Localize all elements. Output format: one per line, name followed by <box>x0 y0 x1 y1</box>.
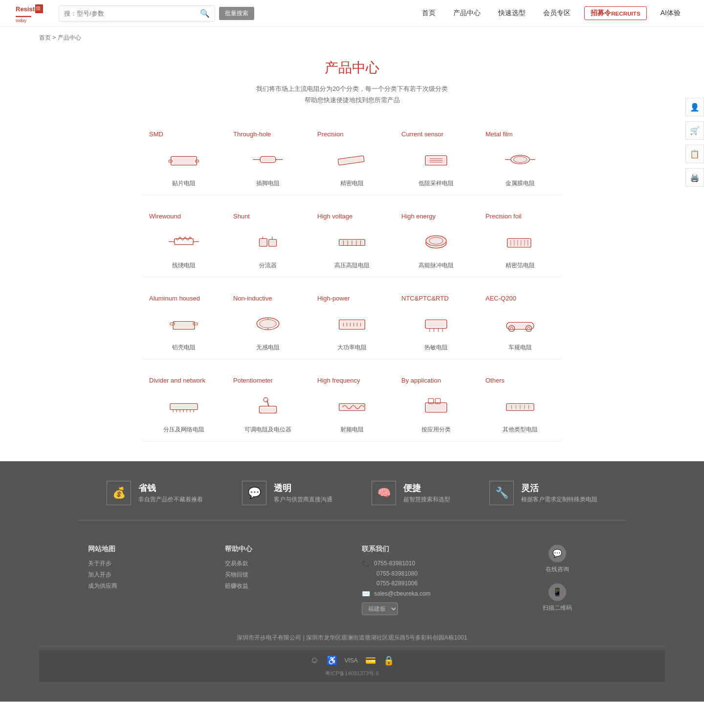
nav-member[interactable]: 会员专区 <box>534 0 579 27</box>
footer-link-join[interactable]: 加入开步 <box>88 571 205 579</box>
footer-link-rewards[interactable]: 买物回馈 <box>225 571 342 579</box>
product-others[interactable]: Others 其他类型电阻 <box>478 367 562 442</box>
float-icon-print[interactable]: 🖨️ <box>685 168 704 187</box>
float-icon-clipboard[interactable]: 📋 <box>685 145 704 163</box>
product-aec-q200-name-en: AEC-Q200 <box>485 295 555 302</box>
product-precision[interactable]: Precision 精密电阻 <box>310 121 394 195</box>
feature-flexible-desc: 根据客户需求定制特殊类电阻 <box>521 495 597 504</box>
nav-ai[interactable]: AI体验 <box>652 0 689 27</box>
footer-bottom-bar: ☺ ♿ VISA 💳 🔒 粤ICP备14091373号-6 <box>39 650 665 682</box>
svg-rect-8 <box>196 160 199 162</box>
feature-save-icon: 💰 <box>107 481 131 505</box>
svg-rect-25 <box>175 238 194 244</box>
product-wirewound-name-cn: 线绕电阻 <box>149 261 219 270</box>
product-high-power-name-cn: 大功率电阻 <box>317 343 387 352</box>
product-high-energy-icon <box>401 227 471 257</box>
breadcrumb-home[interactable]: 首页 <box>39 34 51 41</box>
product-through-hole-name-cn: 插脚电阻 <box>233 179 303 188</box>
product-aec-q200[interactable]: AEC-Q200 车规电阻 <box>478 285 562 360</box>
product-high-frequency-icon <box>317 391 387 421</box>
product-wirewound[interactable]: Wirewound 线绕电阻 <box>142 203 226 278</box>
product-through-hole-icon <box>233 145 303 174</box>
product-shunt[interactable]: Shunt 分流器 <box>226 203 310 278</box>
product-high-energy[interactable]: High energy 高能脉冲电阻 <box>394 203 478 278</box>
product-shunt-name-cn: 分流器 <box>233 261 303 270</box>
svg-text:阻: 阻 <box>36 6 41 11</box>
svg-rect-52 <box>175 323 194 328</box>
product-grid: SMD 贴片电阻 Through-hole 插脚电阻 Precision 精密电… <box>142 121 562 461</box>
product-others-name-cn: 其他类型电阻 <box>485 426 555 434</box>
svg-rect-95 <box>427 404 446 411</box>
contact-phone-1: 0755-83981010 <box>374 560 415 567</box>
product-ntc-ptc-rtd-name-en: NTC&PTC&RTD <box>401 295 471 302</box>
footer-feature-convenient: 🧠 便捷 超智慧搜索和选型 <box>372 481 450 505</box>
qr-scan-item[interactable]: 📱 扫描二维码 <box>543 583 572 612</box>
product-high-power[interactable]: High-power 大功率电阻 <box>310 285 394 360</box>
nav-recruit[interactable]: 招募令RECRUITS <box>584 6 647 20</box>
product-current-sensor-name-en: Current sensor <box>401 130 471 138</box>
product-precision-name-cn: 精密电阻 <box>317 179 387 188</box>
footer-icon-accessibility: ♿ <box>327 655 337 666</box>
product-ntc-ptc-rtd[interactable]: NTC&PTC&RTD 热敏电阻 <box>394 285 478 360</box>
logo-svg: Resistor ▬▬▬▬ today 阻 <box>15 3 44 23</box>
product-aec-q200-icon <box>485 309 555 339</box>
footer-link-about[interactable]: 关于开步 <box>88 559 205 568</box>
float-icon-cart[interactable]: 🛒 <box>685 121 704 140</box>
contact-phone-2-line: 0755-83981080 <box>362 570 479 577</box>
product-by-application[interactable]: By application 按应用分类 <box>394 367 478 442</box>
product-metal-film[interactable]: Metal film 金属膜电阻 <box>478 121 562 195</box>
nav-home[interactable]: 首页 <box>413 0 444 27</box>
product-high-voltage[interactable]: High voltage 高压高阻电阻 <box>310 203 394 278</box>
product-high-energy-name-cn: 高能脉冲电阻 <box>401 261 471 270</box>
footer-feature-save: 💰 省钱 非自营产品价不藏着掖着 <box>107 481 203 505</box>
footer-link-terms[interactable]: 交易条款 <box>225 559 342 568</box>
search-input[interactable] <box>59 7 195 20</box>
footer-link-revenue[interactable]: 赔赚收益 <box>225 582 342 590</box>
nav-quick-select[interactable]: 快速选型 <box>489 0 534 27</box>
batch-search-button[interactable]: 批量搜索 <box>219 7 254 20</box>
footer-col-sitemap: 网站地图 关于开步 加入开步 成为供应商 <box>78 545 215 615</box>
search-button[interactable]: 🔍 <box>195 6 215 21</box>
page-title-section: 产品中心 我们将市场上主流电阻分为20个分类，每一个分类下有若干次级分类 帮助您… <box>0 49 704 121</box>
contact-email-line: ✉️ sales@cbeureka.com <box>362 590 479 598</box>
product-current-sensor[interactable]: Current sensor 低阻采样电阻 <box>394 121 478 195</box>
product-high-frequency[interactable]: High frequency 射频电阻 <box>310 367 394 442</box>
product-others-icon <box>485 391 555 421</box>
product-aluminum-housed[interactable]: Aluminum housed 铝壳电阻 <box>142 285 226 360</box>
product-row-4: Divider and network 分压及网络电阻 Potentiomete… <box>142 367 562 442</box>
svg-rect-54 <box>193 323 198 325</box>
nav-product-center[interactable]: 产品中心 <box>444 0 489 27</box>
product-row-1: SMD 贴片电阻 Through-hole 插脚电阻 Precision 精密电… <box>142 121 562 195</box>
qr-scan-label: 扫描二维码 <box>543 604 572 612</box>
footer-feature-transparent: 💬 透明 客户与供货商直接沟通 <box>242 481 332 505</box>
product-high-power-name-en: High-power <box>317 295 387 302</box>
product-smd-icon <box>149 145 219 174</box>
product-potentiometer[interactable]: Potentiometer 可调电阻及电位器 <box>226 367 310 442</box>
feature-convenient-desc: 超智慧搜索和选型 <box>403 495 450 504</box>
product-metal-film-name-en: Metal film <box>485 130 555 138</box>
svg-point-78 <box>528 327 530 329</box>
logo[interactable]: Resistor ▬▬▬▬ today 阻 <box>15 3 44 23</box>
product-non-inductive[interactable]: Non-inductive 无感电阻 <box>226 285 310 360</box>
online-consult-item[interactable]: 💬 在线咨询 <box>546 545 569 574</box>
footer-col-help: 帮助中心 交易条款 买物回馈 赔赚收益 <box>215 545 352 615</box>
product-others-name-en: Others <box>485 377 555 384</box>
product-ntc-ptc-rtd-icon <box>401 309 471 339</box>
product-wirewound-icon <box>149 227 219 257</box>
product-metal-film-name-cn: 金属膜电阻 <box>485 179 555 188</box>
product-aluminum-housed-name-en: Aluminum housed <box>149 295 219 302</box>
product-precision-foil[interactable]: Precision foil 精密箔电阻 <box>478 203 562 278</box>
contact-phone-2: 0755-83981080 <box>376 570 418 577</box>
product-precision-name-en: Precision <box>317 130 387 138</box>
footer-divider <box>78 520 626 520</box>
footer-company: 深圳市开步电子有限公司 | 深圳市龙华区观澜街道塘湖社区观乐路5号多彩科创园A栋… <box>39 630 665 646</box>
product-divider-network[interactable]: Divider and network 分压及网络电阻 <box>142 367 226 442</box>
product-smd[interactable]: SMD 贴片电阻 <box>142 121 226 195</box>
product-potentiometer-name-en: Potentiometer <box>233 377 303 384</box>
footer-link-supplier[interactable]: 成为供应商 <box>88 582 205 590</box>
product-through-hole[interactable]: Through-hole 插脚电阻 <box>226 121 310 195</box>
float-icon-user[interactable]: 👤 <box>685 98 704 116</box>
feature-save-desc: 非自营产品价不藏着掖着 <box>138 495 203 504</box>
footer-sitemap-title: 网站地图 <box>88 545 205 554</box>
province-select[interactable]: 福建板 <box>362 602 398 615</box>
